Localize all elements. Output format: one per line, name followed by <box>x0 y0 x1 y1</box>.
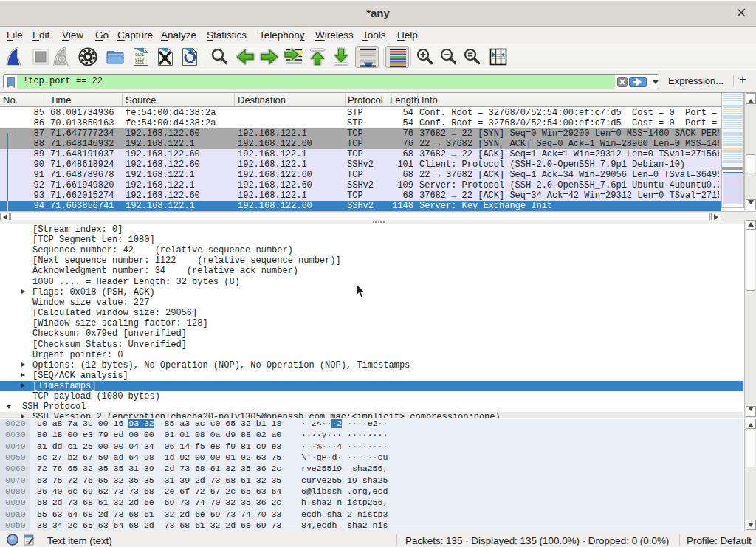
svg-text:0111: 0111 <box>135 61 144 66</box>
